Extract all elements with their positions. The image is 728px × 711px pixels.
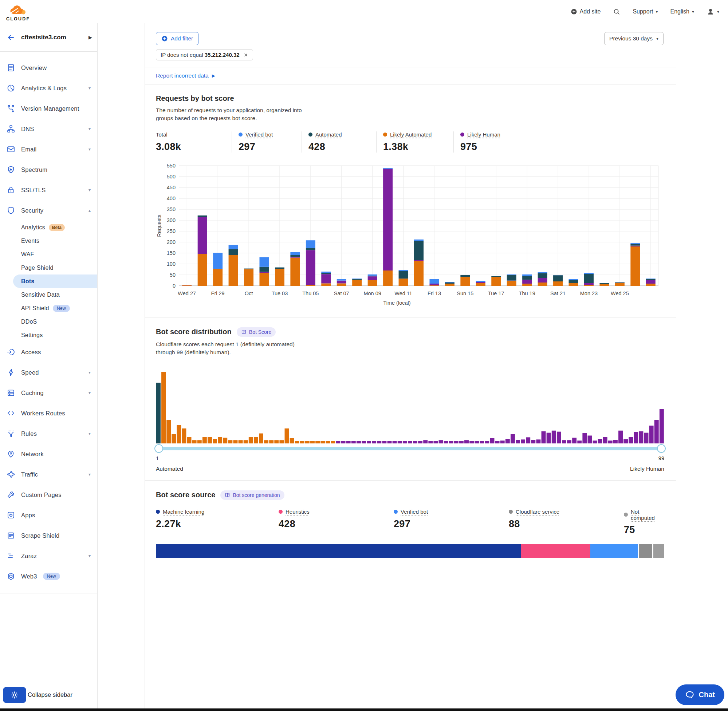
sidebar-item-dns[interactable]: DNS▾ xyxy=(0,119,97,139)
score-range-slider[interactable] xyxy=(156,447,664,450)
legend-dot xyxy=(394,510,398,514)
chevron-down-icon[interactable]: ▾ xyxy=(89,472,92,477)
sidebar-item-label: Caching xyxy=(21,389,83,397)
chat-button[interactable]: Chat xyxy=(676,684,724,705)
report-incorrect-data-link[interactable]: Report incorrect data ▶ xyxy=(156,72,215,79)
svg-text:Fri 13: Fri 13 xyxy=(428,291,441,296)
stat-label: Total xyxy=(156,131,167,138)
chevron-down-icon[interactable]: ▾ xyxy=(89,86,92,91)
sidebar-item-security[interactable]: Security▴ xyxy=(0,200,97,221)
add-site-label: Add site xyxy=(580,8,601,15)
stat-value: 88 xyxy=(509,518,612,530)
sidebar-item-email[interactable]: Email▾ xyxy=(0,139,97,159)
stat-label[interactable]: Verified bot xyxy=(245,131,273,138)
legend-dot xyxy=(156,510,160,514)
stat-label[interactable]: Not computed xyxy=(631,509,659,521)
sidebar-item-label: SSL/TLS xyxy=(21,187,83,194)
chevron-down-icon[interactable]: ▾ xyxy=(89,187,92,193)
settings-gear-button[interactable] xyxy=(3,687,26,703)
slider-handle-max[interactable] xyxy=(657,444,666,453)
sidebar-item-apps[interactable]: Apps xyxy=(0,505,97,525)
chevron-down-icon[interactable]: ▾ xyxy=(89,431,92,436)
search-button[interactable] xyxy=(613,8,620,15)
sidebar-item-version-management[interactable]: Version Management xyxy=(0,98,97,119)
sidebar-item-ssl-tls[interactable]: SSL/TLS▾ xyxy=(0,180,97,200)
sidebar-item-zaraz[interactable]: Zaraz▾ xyxy=(0,546,97,566)
sidebar-item-custom-pages[interactable]: Custom Pages xyxy=(0,485,97,505)
chevron-down-icon: ▾ xyxy=(717,9,719,14)
gear-icon xyxy=(10,690,19,699)
sidebar-item-traffic[interactable]: Traffic▾ xyxy=(0,464,97,485)
sidebar-item-caching[interactable]: Caching▾ xyxy=(0,383,97,403)
source-stacked-bar xyxy=(156,544,664,558)
chevron-down-icon[interactable]: ▾ xyxy=(89,553,92,559)
sidebar-item-sensitive-data[interactable]: Sensitive Data xyxy=(0,288,97,301)
sidebar-item-label: DNS xyxy=(21,125,83,133)
sidebar-item-label: Apps xyxy=(21,512,92,519)
chevron-down-icon[interactable]: ▾ xyxy=(89,390,92,395)
source-segment-not-computed[interactable] xyxy=(652,544,664,558)
sidebar-item-analytics[interactable]: AnalyticsBeta xyxy=(0,221,97,234)
sidebar-item-workers-routes[interactable]: Workers Routes xyxy=(0,403,97,423)
date-range-dropdown[interactable]: Previous 30 days ▾ xyxy=(604,32,663,45)
stat-label[interactable]: Verified bot xyxy=(400,509,428,515)
sidebar-item-settings[interactable]: Settings xyxy=(0,328,97,342)
sidebar-item-speed[interactable]: Speed▾ xyxy=(0,362,97,383)
account-menu[interactable]: ▾ xyxy=(706,7,719,16)
collapse-sidebar-label[interactable]: Collapse sidebar xyxy=(28,691,72,698)
sidebar-item-label: Access xyxy=(21,349,92,356)
slider-min-sublabel: Automated xyxy=(156,466,183,472)
remove-filter-button[interactable] xyxy=(243,52,248,58)
support-menu[interactable]: Support ▾ xyxy=(633,8,658,15)
stat-label[interactable]: Heuristics xyxy=(285,509,310,515)
cloudflare-logo[interactable]: CLOUDFLARE xyxy=(6,2,29,21)
svg-text:Time (local): Time (local) xyxy=(383,300,411,306)
chevron-right-icon[interactable]: ▶ xyxy=(89,35,92,40)
legend-dot xyxy=(509,510,513,514)
chevron-up-icon[interactable]: ▴ xyxy=(89,208,92,213)
chevron-down-icon[interactable]: ▾ xyxy=(89,126,92,131)
stat-label[interactable]: Cloudflare service xyxy=(516,509,560,515)
wrench-icon xyxy=(7,490,15,499)
sidebar-item-rules[interactable]: Rules▾ xyxy=(0,423,97,444)
sidebar-item-network[interactable]: Network xyxy=(0,444,97,464)
slider-handle-min[interactable] xyxy=(154,444,163,453)
source-card-title: Bot score source xyxy=(156,491,215,499)
source-segment-heuristics[interactable] xyxy=(521,544,590,558)
source-segment-verified-bot[interactable] xyxy=(590,544,638,558)
add-site-button[interactable]: Add site xyxy=(571,8,601,15)
sidebar-item-web3[interactable]: Web3New xyxy=(0,566,97,587)
sidebar-item-analytics-logs[interactable]: Analytics & Logs▾ xyxy=(0,78,97,98)
back-arrow-icon[interactable] xyxy=(7,33,15,42)
sidebar-item-waf[interactable]: WAF xyxy=(0,248,97,261)
sidebar-item-events[interactable]: Events xyxy=(0,234,97,248)
lock-icon xyxy=(7,186,15,195)
chevron-down-icon[interactable]: ▾ xyxy=(89,370,92,375)
sidebar-item-scrape-shield[interactable]: Scrape Shield xyxy=(0,525,97,546)
stat-label[interactable]: Likely Automated xyxy=(390,131,431,138)
bolt-icon xyxy=(7,368,15,377)
bot-score-docs-badge[interactable]: Bot Score xyxy=(237,327,276,337)
sidebar-item-page-shield[interactable]: Page Shield xyxy=(0,261,97,274)
add-filter-button[interactable]: Add filter xyxy=(156,32,198,45)
plus-circle-icon xyxy=(161,35,168,42)
filter-chip[interactable]: IP does not equal 35.212.240.32 xyxy=(156,49,253,60)
stat-label[interactable]: Automated xyxy=(315,131,342,138)
source-segment-machine-learning[interactable] xyxy=(156,544,521,558)
sidebar-item-label: Rules xyxy=(21,430,83,437)
sidebar-item-spectrum[interactable]: Spectrum xyxy=(0,159,97,180)
sidebar-item-bots[interactable]: Bots xyxy=(13,274,97,288)
chevron-down-icon[interactable]: ▾ xyxy=(89,147,92,152)
requests-stacked-bar-chart: 050100150200250300350400450500550Wed 27F… xyxy=(156,162,665,309)
stat-value: 3.08k xyxy=(156,141,226,152)
source-segment-cloudflare-service[interactable] xyxy=(638,544,652,558)
sidebar-item-ddos[interactable]: DDoS xyxy=(0,315,97,328)
sidebar-item-overview[interactable]: Overview xyxy=(0,58,97,78)
language-menu[interactable]: English ▾ xyxy=(670,8,694,15)
sidebar-item-access[interactable]: Access xyxy=(0,342,97,362)
sidebar-item-api-shield[interactable]: API ShieldNew xyxy=(0,301,97,315)
stat-label[interactable]: Likely Human xyxy=(467,131,501,138)
sidebar-item-label: Version Management xyxy=(21,105,92,112)
stat-label[interactable]: Machine learning xyxy=(163,509,204,515)
bot-score-generation-docs-badge[interactable]: Bot score generation xyxy=(220,490,284,500)
